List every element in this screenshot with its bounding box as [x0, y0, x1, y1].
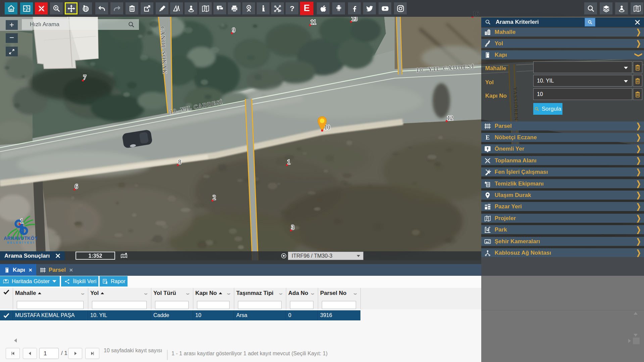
svg-text:BELEDİYESİ: BELEDİYESİ [7, 241, 35, 244]
svg-text:?: ? [218, 6, 220, 9]
svg-text:ARNAVUTKÖY: ARNAVUTKÖY [4, 236, 38, 241]
svg-text:11: 11 [310, 19, 316, 25]
svg-text:E: E [486, 134, 490, 141]
svg-text:12: 12 [447, 115, 453, 121]
svg-text:1: 1 [20, 218, 23, 224]
svg-text:?: ? [290, 4, 294, 13]
